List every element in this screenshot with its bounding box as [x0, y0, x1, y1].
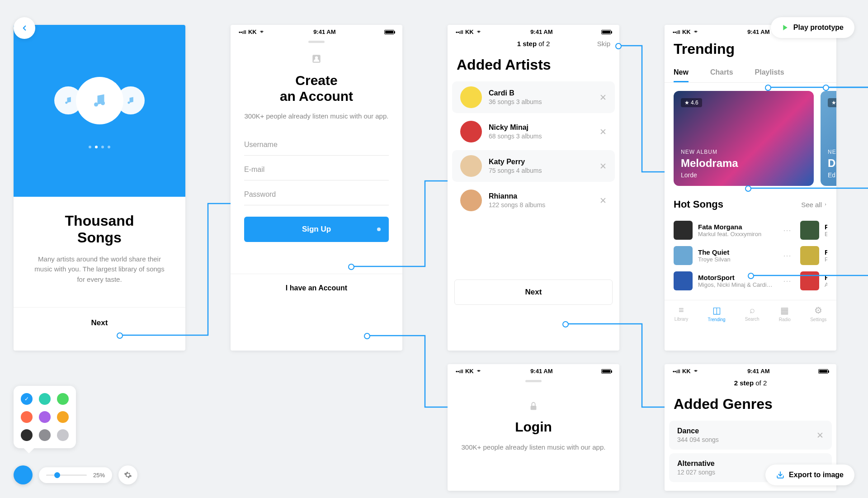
color-swatch[interactable]	[57, 393, 69, 405]
nav-search[interactable]: ⌕Search	[745, 305, 760, 322]
see-all-link[interactable]: See all	[801, 201, 827, 209]
gear-icon	[124, 471, 132, 479]
artist-name: Cardi B	[489, 89, 593, 97]
wifi-icon	[476, 369, 482, 374]
song-row[interactable]: Fata Morgana Markul feat. Oxxxymiron ⋯	[674, 218, 791, 243]
lock-icon	[528, 401, 538, 413]
artist-avatar	[460, 155, 482, 177]
song-name: Fata Morgana	[698, 223, 778, 231]
back-button[interactable]	[14, 17, 35, 39]
tab-new[interactable]: New	[674, 64, 689, 82]
svg-marker-0	[783, 25, 787, 30]
avatar-placeholder-icon	[311, 53, 322, 66]
artist-row[interactable]: Katy Perry 75 songs 4 albums ✕	[452, 150, 615, 182]
create-account-title: Create an Account	[244, 73, 389, 104]
prototype-hotspot[interactable]	[117, 332, 123, 339]
drag-handle[interactable]	[308, 41, 325, 43]
color-swatch[interactable]	[57, 429, 69, 441]
page-dots	[89, 146, 110, 148]
color-swatch[interactable]	[21, 411, 33, 423]
play-prototype-button[interactable]: Play prototype	[771, 17, 854, 38]
artist-row[interactable]: Nicky Minaj 68 songs 3 albums ✕	[452, 116, 615, 147]
username-input[interactable]: Username	[244, 134, 389, 156]
remove-artist-button[interactable]: ✕	[599, 92, 607, 103]
album-artist: Lorde	[681, 171, 807, 179]
album-rating: ★ 4.6	[681, 98, 702, 107]
play-icon	[782, 24, 789, 31]
nav-library[interactable]: ≡Library	[675, 305, 689, 322]
onboarding-desc: Many artists around the world share thei…	[32, 254, 167, 285]
screen-added-artists: ••ıll KK 9:41 AM 1 step of 2 Skip Added …	[448, 25, 619, 351]
nav-trending[interactable]: ◫Trending	[708, 305, 725, 322]
color-swatch[interactable]	[39, 411, 51, 423]
genre-row[interactable]: Dance 344 094 songs ✕	[669, 421, 832, 450]
song-cover	[800, 271, 819, 290]
chevron-right-icon	[824, 202, 827, 207]
added-genres-title: Added Genres	[665, 392, 836, 421]
prototype-hotspot[interactable]	[748, 273, 754, 279]
wifi-icon	[476, 30, 482, 34]
song-row[interactable]: The Quiet Troye Silvan ⋯	[674, 243, 791, 268]
email-input[interactable]: E-mail	[244, 159, 389, 180]
prototype-hotspot[interactable]	[562, 321, 569, 327]
svg-point-4	[101, 101, 105, 105]
skip-link[interactable]: Skip	[597, 40, 610, 47]
more-icon[interactable]: ⋯	[783, 276, 791, 286]
remove-artist-button[interactable]: ✕	[599, 161, 607, 171]
tab-playlists[interactable]: Playlists	[755, 64, 784, 82]
sign-up-button[interactable]: Sign Up	[244, 217, 389, 242]
next-button[interactable]: Next	[454, 280, 613, 305]
tab-charts[interactable]: Charts	[710, 64, 733, 82]
color-swatch[interactable]	[57, 411, 69, 423]
svg-rect-8	[531, 406, 537, 410]
song-name: MotorSport	[698, 274, 778, 281]
bottom-toolbar: 25%	[14, 465, 137, 484]
prototype-hotspot[interactable]	[745, 185, 751, 192]
song-artist: Ec	[825, 231, 827, 237]
prototype-hotspot[interactable]	[615, 43, 622, 49]
wifi-icon	[693, 30, 699, 34]
remove-artist-button[interactable]: ✕	[599, 127, 607, 137]
settings-button[interactable]	[118, 465, 137, 484]
nav-settings[interactable]: ⚙Settings	[810, 305, 826, 322]
remove-artist-button[interactable]: ✕	[599, 195, 607, 206]
song-row[interactable]: R Pc	[800, 243, 827, 268]
song-artist: Troye Silvan	[698, 256, 778, 263]
prototype-hotspot[interactable]	[823, 85, 829, 91]
step-header: 1 step of 2 Skip	[448, 37, 619, 53]
song-row[interactable]: P Ec	[800, 218, 827, 243]
color-swatch[interactable]: ✓	[21, 393, 33, 405]
battery-icon	[384, 30, 394, 34]
color-swatch[interactable]	[39, 429, 51, 441]
more-icon[interactable]: ⋯	[783, 251, 791, 261]
prototype-hotspot[interactable]	[348, 264, 354, 270]
next-button[interactable]: Next	[14, 307, 185, 338]
artist-row[interactable]: Rhianna 122 songs 8 albums ✕	[452, 185, 615, 216]
have-account-link[interactable]: I have an Account	[231, 274, 402, 302]
color-picker-button[interactable]	[14, 465, 33, 484]
export-button[interactable]: Export to image	[765, 465, 854, 485]
more-icon[interactable]: ⋯	[783, 225, 791, 235]
drag-handle[interactable]	[525, 380, 542, 382]
color-swatch[interactable]	[21, 429, 33, 441]
remove-genre-button[interactable]: ✕	[816, 430, 824, 441]
color-swatch[interactable]	[39, 393, 51, 405]
song-row[interactable]: MotorSport Migos, Nicki Minaj & Cardi… ⋯	[674, 268, 791, 294]
song-name: The Quiet	[698, 248, 778, 256]
prototype-hotspot[interactable]	[364, 333, 370, 339]
song-name: R	[825, 248, 827, 256]
zoom-slider[interactable]	[46, 474, 87, 476]
prototype-hotspot[interactable]	[765, 85, 771, 91]
battery-icon	[818, 369, 828, 374]
genre-meta: 12 027 songs	[677, 469, 715, 476]
battery-icon	[601, 30, 611, 34]
nav-radio[interactable]: ▦Radio	[779, 305, 791, 322]
song-row[interactable]: H A	[800, 268, 827, 294]
artist-meta: 122 songs 8 albums	[489, 201, 593, 209]
artist-row[interactable]: Cardi B 36 songs 3 albums ✕	[452, 81, 615, 113]
album-card[interactable]: ★ 4.6 NEW ALBUM Melodrama Lorde	[674, 91, 814, 186]
login-title: Login	[461, 419, 606, 435]
password-input[interactable]: Password	[244, 184, 389, 205]
album-card[interactable]: ★ 4.0 NEW Div Ed	[821, 91, 836, 186]
zoom-label: 25%	[93, 472, 105, 479]
